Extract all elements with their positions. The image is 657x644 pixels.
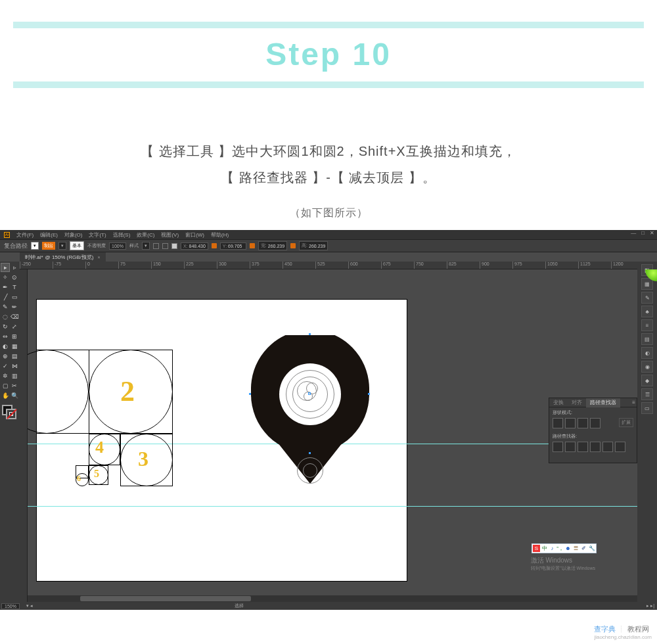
tool-pen[interactable]: ✒ xyxy=(1,283,10,292)
tool-brush[interactable]: ✎ xyxy=(1,302,10,311)
menu-edit[interactable]: 编辑(E) xyxy=(40,231,58,239)
menu-window[interactable]: 窗口(W) xyxy=(185,231,204,239)
window-maximize-icon[interactable]: □ xyxy=(641,230,645,236)
tool-free-transform[interactable]: ⊞ xyxy=(10,332,19,341)
panel-artboards-icon[interactable]: ▭ xyxy=(641,402,653,414)
canvas[interactable]: 2 3 4 5 6 xyxy=(28,269,637,602)
pf-minus-front-icon[interactable] xyxy=(565,418,576,428)
panel-symbols-icon[interactable]: ♣ xyxy=(641,306,653,317)
panel-color-icon[interactable]: ◧ xyxy=(641,264,653,276)
tool-blob[interactable]: ◌ xyxy=(1,312,10,321)
style-select[interactable]: ▾ xyxy=(142,242,150,250)
tool-eraser[interactable]: ⌫ xyxy=(10,312,19,321)
panel-appearance-icon[interactable]: ◉ xyxy=(641,361,653,373)
window-minimize-icon[interactable]: — xyxy=(631,230,636,236)
menu-file[interactable]: 文件(F) xyxy=(16,231,34,239)
pf-divide-icon[interactable] xyxy=(553,442,563,452)
pf-unite-icon[interactable] xyxy=(553,418,563,428)
pf-exclude-icon[interactable] xyxy=(590,418,600,428)
app-logo-icon: Ai xyxy=(4,232,10,238)
tool-width[interactable]: ⇔ xyxy=(1,332,10,341)
pf-trim-icon[interactable] xyxy=(565,442,576,452)
pf-crop-icon[interactable] xyxy=(590,442,600,452)
tool-shape-builder[interactable]: ◐ xyxy=(1,342,10,351)
panel-stroke-icon[interactable]: ≡ xyxy=(641,319,653,331)
menu-type[interactable]: 文字(T) xyxy=(89,231,106,239)
tab-close-icon[interactable]: × xyxy=(97,255,100,260)
tool-zoom[interactable]: 🔍 xyxy=(10,391,19,400)
transform-y[interactable]: Y:69.705 xyxy=(220,242,246,250)
tab-pathfinder[interactable]: 路径查找器 xyxy=(586,398,620,407)
tool-blend[interactable]: ⋈ xyxy=(10,361,19,371)
tool-rectangle[interactable]: ▭ xyxy=(10,292,19,302)
menu-help[interactable]: 帮助(H) xyxy=(211,231,229,239)
scrollbar-thumb[interactable] xyxy=(80,596,251,601)
menu-object[interactable]: 对象(O) xyxy=(64,231,83,239)
transform-w[interactable]: 宽:260.239 xyxy=(258,241,287,250)
transform-x[interactable]: X:848.430 xyxy=(181,242,208,250)
tool-symbol-spray[interactable]: ✲ xyxy=(1,371,10,380)
brush-def[interactable]: 基本 xyxy=(70,241,84,250)
tool-artboard[interactable]: ▢ xyxy=(1,381,10,390)
link-wh-icon[interactable] xyxy=(250,243,255,248)
align-icon-1[interactable] xyxy=(153,243,159,249)
tool-gradient[interactable]: ▤ xyxy=(10,352,19,361)
tool-scale[interactable]: ⤢ xyxy=(10,322,19,331)
document-tab-bar: 时钟.ai* @ 150% (RGB/预览) × xyxy=(20,252,637,262)
menu-select[interactable]: 选择(S) xyxy=(113,231,131,239)
tool-graph[interactable]: ▥ xyxy=(10,371,19,380)
menu-view[interactable]: 视图(V) xyxy=(161,231,179,239)
panel-transparency-icon[interactable]: ◐ xyxy=(641,347,653,359)
pf-expand-button[interactable]: 扩展 xyxy=(619,418,633,427)
tool-hand[interactable]: ✋ xyxy=(1,391,10,400)
selection-type-label: 复合路径 xyxy=(4,242,28,250)
tool-line[interactable]: ╱ xyxy=(1,292,10,302)
menu-effect[interactable]: 效果(C) xyxy=(137,231,154,239)
ruler-vertical[interactable] xyxy=(20,269,28,602)
label-circle-6: 6 xyxy=(77,474,81,484)
status-zoom[interactable]: 150% xyxy=(1,603,20,609)
pathfinder-panel[interactable]: ≡ 变换 对齐 路径查找器 形状模式: 扩展 路径查找器: xyxy=(549,398,637,463)
ruler-horizontal[interactable]: -250-750 75150225 300375450 525600675 75… xyxy=(20,262,637,269)
instruction-block: 【 选择工具 】选中大环圆1和圆2，Shift+X互换描边和填充， 【 路径查找… xyxy=(0,138,657,223)
tool-rotate[interactable]: ↻ xyxy=(1,322,10,331)
opacity-value[interactable]: 100% xyxy=(109,242,126,250)
pf-intersect-icon[interactable] xyxy=(578,418,588,428)
document-tab[interactable]: 时钟.ai* @ 150% (RGB/预览) × xyxy=(20,252,106,262)
tool-selection[interactable]: ▸ xyxy=(1,263,10,272)
pf-outline-icon[interactable] xyxy=(602,442,613,452)
stroke-action[interactable]: 制出 xyxy=(42,242,55,250)
tool-perspective[interactable]: ▦ xyxy=(10,342,19,351)
scrollbar-horizontal[interactable] xyxy=(28,595,637,602)
instruction-line-2: 【 路径查找器 】-【 减去顶层 】。 xyxy=(0,164,657,191)
tool-eyedropper[interactable]: ✓ xyxy=(1,361,10,371)
panel-swatches-icon[interactable]: ▦ xyxy=(641,278,653,290)
tab-transform[interactable]: 变换 xyxy=(549,398,568,407)
panel-gradient-icon[interactable]: ▤ xyxy=(641,333,653,345)
lock-ratio-icon[interactable] xyxy=(290,243,296,248)
tab-align[interactable]: 对齐 xyxy=(568,398,586,407)
guide-line-2[interactable] xyxy=(28,506,637,507)
link-xy-icon[interactable] xyxy=(212,243,217,248)
pf-minus-back-icon[interactable] xyxy=(615,442,625,452)
panel-layers-icon[interactable]: ☰ xyxy=(641,388,653,400)
tool-lasso[interactable]: ⊙ xyxy=(10,273,19,282)
tool-type[interactable]: T xyxy=(10,283,19,292)
fill-swatch[interactable]: ▾ xyxy=(31,242,39,250)
tool-slice[interactable]: ✂ xyxy=(10,381,19,390)
align-icon-2[interactable] xyxy=(162,243,168,249)
panel-graphic-styles-icon[interactable]: ◆ xyxy=(641,375,653,386)
pf-merge-icon[interactable] xyxy=(578,442,588,452)
stroke-weight[interactable]: ▾ xyxy=(58,242,66,250)
transform-h[interactable]: 高:260.239 xyxy=(299,241,328,250)
tool-magic-wand[interactable]: ✧ xyxy=(1,273,10,282)
panel-brushes-icon[interactable]: ✎ xyxy=(641,292,653,304)
panel-menu-icon[interactable]: ≡ xyxy=(632,400,635,405)
fill-stroke-swatch[interactable] xyxy=(2,405,18,421)
ring-pin-shape[interactable] xyxy=(251,335,369,486)
tool-mesh[interactable]: ⊕ xyxy=(1,352,10,361)
window-close-icon[interactable]: ✕ xyxy=(650,230,654,236)
align-icon-3[interactable] xyxy=(171,243,177,249)
tool-direct-select[interactable]: ▹ xyxy=(10,263,19,272)
tool-pencil[interactable]: ✏ xyxy=(10,302,19,311)
